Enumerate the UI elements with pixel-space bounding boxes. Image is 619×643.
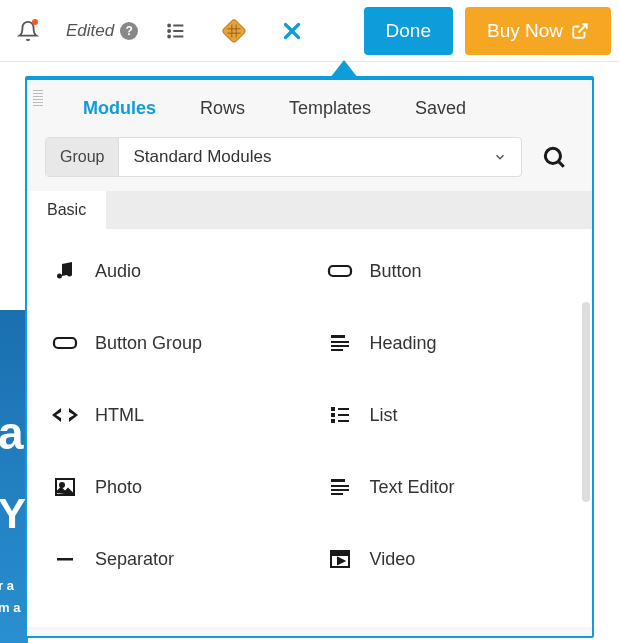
external-link-icon — [571, 22, 589, 40]
svg-rect-19 — [54, 338, 76, 348]
svg-rect-6 — [222, 18, 247, 43]
svg-point-14 — [545, 148, 560, 163]
tab-saved[interactable]: Saved — [415, 98, 466, 119]
outline-button[interactable] — [156, 11, 196, 51]
module-group-dropdown[interactable]: Standard Modules — [119, 138, 521, 176]
chevron-down-icon — [493, 150, 507, 164]
module-text-editor[interactable]: Text Editor — [314, 469, 581, 505]
help-icon: ? — [120, 22, 138, 40]
modules-panel: Modules Rows Templates Saved Group Stand… — [25, 76, 594, 638]
svg-point-17 — [67, 272, 72, 277]
svg-rect-21 — [331, 341, 349, 343]
notifications-button[interactable] — [8, 11, 48, 51]
module-heading[interactable]: Heading — [314, 325, 581, 361]
svg-rect-31 — [338, 420, 349, 422]
module-audio[interactable]: Audio — [39, 253, 306, 289]
module-button[interactable]: Button — [314, 253, 581, 289]
module-html[interactable]: HTML — [39, 397, 306, 433]
svg-rect-20 — [331, 335, 345, 338]
svg-point-33 — [60, 483, 64, 487]
filter-row: Group Standard Modules — [27, 137, 592, 191]
svg-point-4 — [168, 30, 170, 32]
button-group-icon — [51, 329, 79, 357]
svg-line-13 — [579, 24, 587, 32]
list-icon — [165, 20, 187, 42]
button-icon — [326, 257, 354, 285]
audio-icon — [51, 257, 79, 285]
done-button[interactable]: Done — [364, 7, 453, 55]
edited-label: Edited — [66, 21, 114, 41]
search-icon — [541, 144, 567, 170]
svg-line-15 — [559, 162, 564, 167]
module-label: Button — [370, 261, 422, 282]
search-button[interactable] — [534, 137, 574, 177]
subtab-basic[interactable]: Basic — [27, 191, 106, 229]
panel-tabs: Modules Rows Templates Saved — [27, 80, 592, 137]
module-button-group[interactable]: Button Group — [39, 325, 306, 361]
notification-dot — [32, 19, 38, 25]
module-label: Separator — [95, 549, 174, 570]
svg-rect-40 — [331, 551, 349, 555]
background-decoration: a Y r a m a — [0, 310, 28, 643]
svg-rect-27 — [338, 408, 349, 410]
svg-marker-25 — [69, 408, 78, 422]
filter-group: Group Standard Modules — [45, 137, 522, 177]
scrollbar[interactable] — [582, 302, 590, 502]
module-video[interactable]: Video — [314, 541, 581, 577]
module-label: Video — [370, 549, 416, 570]
module-label: Text Editor — [370, 477, 455, 498]
close-panel-button[interactable] — [272, 11, 312, 51]
tab-rows[interactable]: Rows — [200, 98, 245, 119]
module-separator[interactable]: Separator — [39, 541, 306, 577]
module-photo[interactable]: Photo — [39, 469, 306, 505]
bg-text-fragment: Y — [0, 490, 26, 538]
buy-label: Buy Now — [487, 20, 563, 42]
video-icon — [326, 545, 354, 573]
bg-text-fragment: r a — [0, 578, 14, 593]
svg-rect-34 — [331, 479, 345, 482]
drag-handle[interactable] — [33, 90, 43, 106]
edited-status[interactable]: Edited ? — [66, 21, 138, 41]
svg-point-5 — [168, 35, 170, 37]
module-label: Button Group — [95, 333, 202, 354]
module-label: Audio — [95, 261, 141, 282]
svg-point-16 — [57, 274, 62, 279]
separator-icon — [51, 545, 79, 573]
dropdown-value: Standard Modules — [133, 147, 271, 167]
svg-marker-24 — [52, 408, 61, 422]
close-icon — [279, 18, 305, 44]
bg-text-fragment: m a — [0, 600, 20, 615]
svg-marker-41 — [338, 558, 344, 564]
svg-rect-36 — [331, 489, 349, 491]
module-label: List — [370, 405, 398, 426]
svg-rect-38 — [57, 558, 73, 561]
done-label: Done — [386, 20, 431, 42]
modules-list: Audio Button Button Group Heading HTML — [27, 229, 592, 627]
svg-rect-35 — [331, 485, 349, 487]
svg-point-3 — [168, 24, 170, 26]
list-bullets-icon — [326, 401, 354, 429]
waffle-button[interactable] — [214, 11, 254, 51]
module-label: HTML — [95, 405, 144, 426]
svg-rect-30 — [331, 419, 335, 423]
html-icon — [51, 401, 79, 429]
module-label: Photo — [95, 477, 142, 498]
group-label: Group — [46, 138, 119, 176]
svg-rect-26 — [331, 407, 335, 411]
tab-templates[interactable]: Templates — [289, 98, 371, 119]
buy-now-button[interactable]: Buy Now — [465, 7, 611, 55]
waffle-icon — [221, 18, 247, 44]
tab-modules[interactable]: Modules — [83, 98, 156, 119]
svg-rect-23 — [331, 349, 343, 351]
module-list[interactable]: List — [314, 397, 581, 433]
top-toolbar: Edited ? Done Buy Now — [0, 0, 619, 62]
svg-rect-29 — [338, 414, 349, 416]
svg-rect-18 — [329, 266, 351, 276]
subtabs: Basic — [27, 191, 592, 229]
svg-rect-37 — [331, 493, 343, 495]
svg-rect-28 — [331, 413, 335, 417]
module-label: Heading — [370, 333, 437, 354]
text-editor-icon — [326, 473, 354, 501]
heading-icon — [326, 329, 354, 357]
svg-rect-22 — [331, 345, 349, 347]
